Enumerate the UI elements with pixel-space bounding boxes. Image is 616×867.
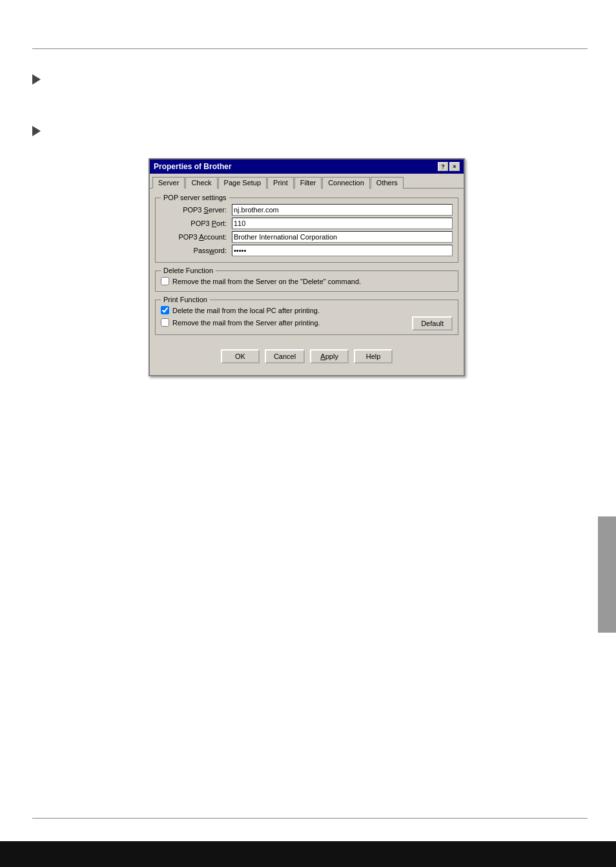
pop3-port-row: POP3 Port: bbox=[161, 218, 453, 229]
pop3-account-input[interactable] bbox=[232, 231, 453, 243]
tab-connection[interactable]: Connection bbox=[322, 177, 370, 189]
dialog-title: Properties of Brother bbox=[154, 162, 232, 171]
pop3-server-label: POP3 Server: bbox=[161, 206, 232, 214]
pop3-account-label: POP3 Account: bbox=[161, 233, 232, 241]
delete-local-label: Delete the mail from the local PC after … bbox=[172, 307, 320, 314]
ok-button[interactable]: OK bbox=[221, 349, 260, 363]
pop3-server-input[interactable] bbox=[232, 204, 453, 216]
password-row: Password: bbox=[161, 245, 453, 256]
title-bar-buttons: ? × bbox=[438, 162, 460, 171]
apply-button[interactable]: Apply bbox=[310, 349, 349, 363]
arrow-bullet-1 bbox=[32, 74, 41, 85]
tab-server[interactable]: Server bbox=[152, 177, 185, 189]
remove-server-after-print-label: Remove the mail from the Server after pr… bbox=[172, 319, 320, 327]
pop3-server-row: POP3 Server: bbox=[161, 204, 453, 216]
title-bar: Properties of Brother ? × bbox=[150, 159, 464, 174]
pop3-account-row: POP3 Account: bbox=[161, 231, 453, 243]
pop-server-section: POP server settings POP3 Server: POP3 Po… bbox=[155, 194, 458, 263]
delete-server-checkbox[interactable] bbox=[161, 277, 169, 285]
close-title-button[interactable]: × bbox=[449, 162, 460, 171]
top-rule bbox=[32, 48, 588, 49]
side-tab bbox=[598, 516, 616, 633]
pop-section-legend: POP server settings bbox=[161, 194, 229, 201]
delete-local-checkbox[interactable] bbox=[161, 306, 169, 314]
dialog-content: POP server settings POP3 Server: POP3 Po… bbox=[150, 189, 464, 375]
delete-section-legend: Delete Function bbox=[161, 267, 216, 274]
bottom-rule bbox=[32, 818, 588, 819]
properties-dialog: Properties of Brother ? × Server Check P… bbox=[149, 158, 465, 376]
cancel-button[interactable]: Cancel bbox=[265, 349, 305, 363]
help-button[interactable]: Help bbox=[354, 349, 393, 363]
tab-print[interactable]: Print bbox=[267, 177, 294, 189]
spacer bbox=[155, 339, 458, 344]
print-section-legend: Print Function bbox=[161, 296, 210, 303]
delete-function-section: Delete Function Remove the mail from the… bbox=[155, 267, 458, 292]
tab-strip: Server Check Page Setup Print Filter Con… bbox=[150, 174, 464, 189]
tab-filter[interactable]: Filter bbox=[294, 177, 322, 189]
tab-others[interactable]: Others bbox=[371, 177, 404, 189]
password-label: Password: bbox=[161, 247, 232, 254]
dialog-buttons: OK Cancel Apply Help bbox=[155, 344, 458, 370]
help-title-button[interactable]: ? bbox=[438, 162, 448, 171]
bottom-bar bbox=[0, 841, 616, 867]
remove-server-checkbox[interactable] bbox=[161, 318, 169, 327]
print-delete-local-row: Delete the mail from the local PC after … bbox=[161, 306, 453, 314]
delete-server-label: Remove the mail from the Server on the "… bbox=[172, 278, 361, 285]
arrow-bullet-2 bbox=[32, 126, 41, 136]
password-input[interactable] bbox=[232, 245, 453, 256]
pop3-port-label: POP3 Port: bbox=[161, 219, 232, 227]
default-button[interactable]: Default bbox=[412, 316, 453, 331]
tab-check[interactable]: Check bbox=[185, 177, 217, 189]
delete-checkbox-row: Remove the mail from the Server on the "… bbox=[161, 277, 453, 285]
pop3-port-input[interactable] bbox=[232, 218, 453, 229]
remove-server-after-print-row: Remove the mail from the Server after pr… bbox=[161, 318, 320, 327]
print-function-section: Print Function Delete the mail from the … bbox=[155, 296, 458, 335]
tab-page-setup[interactable]: Page Setup bbox=[218, 177, 267, 189]
page-background bbox=[0, 0, 616, 867]
